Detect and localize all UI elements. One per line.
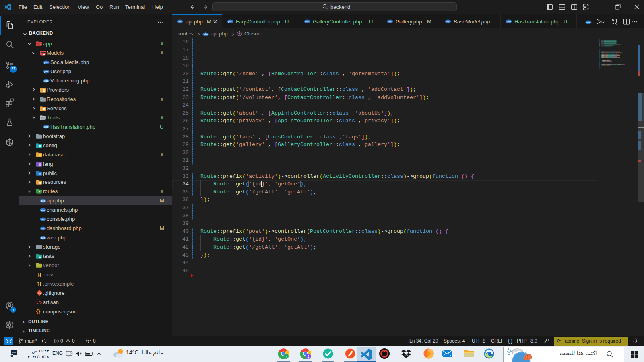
svg-text:php: php [446,20,450,23]
svg-text:php: php [44,80,49,82]
svg-text:php: php [305,20,310,23]
svg-text:php: php [41,218,45,220]
svg-text:php: php [41,237,45,239]
svg-text:i: i [286,355,287,358]
svg-text:php: php [44,61,49,64]
svg-text:php: php [388,20,392,23]
svg-text:php: php [44,125,49,128]
svg-text:php: php [41,227,45,230]
svg-text:php: php [41,209,45,211]
svg-text:php: php [203,33,208,35]
svg-text:php: php [228,20,233,23]
svg-text:php: php [44,70,49,73]
svg-text:php: php [506,20,511,23]
svg-text:php: php [586,21,591,23]
svg-text:php: php [178,20,182,23]
svg-text:php: php [41,200,45,202]
